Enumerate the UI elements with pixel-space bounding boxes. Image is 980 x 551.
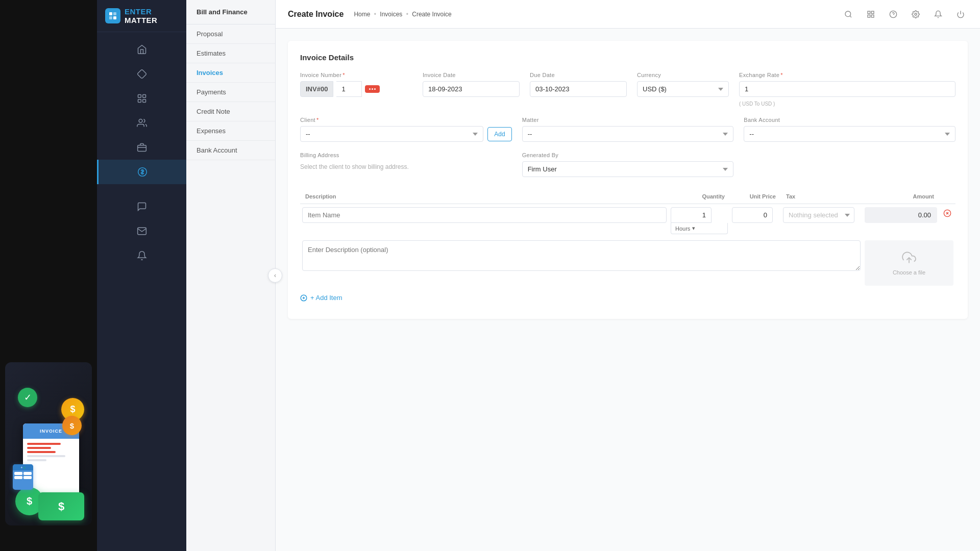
col-tax: Tax <box>781 189 863 204</box>
col-amount: Amount <box>863 189 939 204</box>
breadcrumb-invoices[interactable]: Invoices <box>380 11 402 18</box>
invoice-number-input-group: INV#00 <box>300 81 412 97</box>
sidebar-nav <box>97 32 186 551</box>
col-actions <box>939 189 955 204</box>
topbar: Create Invoice Home • Invoices • Create … <box>276 0 980 29</box>
sidebar-collapse-button[interactable]: ‹ <box>268 268 282 283</box>
svg-rect-0 <box>109 12 112 15</box>
sub-sidebar-item-invoices[interactable]: Invoices <box>186 63 275 83</box>
grid-icon[interactable] <box>864 7 878 21</box>
unit-price-cell <box>730 204 781 238</box>
description-cell <box>300 237 863 289</box>
description-textarea[interactable] <box>302 240 861 271</box>
sub-sidebar-item-payments[interactable]: Payments <box>186 83 275 102</box>
billing-address-hint: Select the client to show billing addres… <box>300 163 512 170</box>
generated-by-label: Generated By <box>522 152 734 158</box>
svg-rect-4 <box>138 95 141 98</box>
bank-account-group: Bank Account -- <box>744 117 955 142</box>
help-icon[interactable] <box>886 7 900 21</box>
remove-cell <box>939 204 955 238</box>
invoice-date-group: Invoice Date <box>423 72 520 97</box>
exchange-rate-group: Exchange Rate* ( USD To USD ) <box>739 72 955 107</box>
breadcrumb-current: Create Invoice <box>412 11 451 18</box>
quantity-wrapper: Hours ▾ <box>671 207 728 234</box>
matter-group: Matter -- <box>522 117 734 142</box>
svg-rect-7 <box>142 99 145 103</box>
settings-icon[interactable] <box>909 7 923 21</box>
svg-rect-9 <box>137 145 146 152</box>
quantity-unit[interactable]: Hours ▾ <box>671 223 728 234</box>
sidebar-item-home[interactable] <box>97 37 186 62</box>
svg-rect-2 <box>109 16 112 19</box>
invoice-prefix: INV#00 <box>300 81 333 97</box>
power-icon[interactable] <box>953 7 968 21</box>
icon-sidebar: ENTER MATTER <box>97 0 186 551</box>
sub-sidebar-item-bankaccount[interactable]: Bank Account <box>186 141 275 160</box>
quantity-cell: Hours ▾ <box>669 204 730 238</box>
svg-rect-16 <box>868 15 870 17</box>
add-item-button[interactable]: + Add Item <box>300 289 342 307</box>
chevron-down-icon: ▾ <box>692 225 695 232</box>
logo-text: ENTER MATTER <box>125 7 178 24</box>
sub-sidebar-item-proposal[interactable]: Proposal <box>186 24 275 44</box>
remove-item-button[interactable] <box>941 207 953 219</box>
client-group: Client* -- Add <box>300 117 512 142</box>
add-client-button[interactable]: Add <box>487 127 511 141</box>
invoice-dots-button[interactable] <box>365 85 380 93</box>
svg-rect-17 <box>871 15 874 17</box>
sub-sidebar-item-estimates[interactable]: Estimates <box>186 44 275 63</box>
client-select[interactable]: -- <box>300 126 483 142</box>
sidebar-item-message[interactable] <box>97 219 186 243</box>
due-date-input[interactable] <box>530 81 627 97</box>
choose-file-label: Choose a file <box>893 269 925 276</box>
bank-account-select[interactable]: -- <box>744 126 955 142</box>
quantity-input[interactable] <box>671 207 712 223</box>
col-quantity: Quantity <box>669 189 730 204</box>
section-title: Invoice Details <box>300 53 955 62</box>
svg-point-8 <box>139 119 142 123</box>
svg-rect-6 <box>138 99 141 103</box>
generated-by-group: Generated By Firm User <box>522 152 734 177</box>
item-name-input[interactable] <box>302 207 667 223</box>
sub-sidebar-item-expenses[interactable]: Expenses <box>186 121 275 141</box>
file-upload-cell: Choose a file <box>863 237 955 289</box>
sidebar-item-briefcase[interactable] <box>97 135 186 160</box>
currency-label: Currency <box>637 72 729 78</box>
currency-select[interactable]: USD ($) EUR (€) GBP (£) <box>637 81 729 97</box>
svg-rect-15 <box>871 11 874 14</box>
svg-line-13 <box>850 16 851 17</box>
billing-address-label: Billing Address <box>300 152 512 158</box>
invoice-date-label: Invoice Date <box>423 72 520 78</box>
unit-price-input[interactable] <box>732 207 773 223</box>
file-upload-area[interactable]: Choose a file <box>865 240 953 286</box>
bank-account-label: Bank Account <box>744 117 955 123</box>
due-date-label: Due Date <box>530 72 627 78</box>
topbar-right <box>841 7 968 21</box>
bell-icon[interactable] <box>931 7 945 21</box>
amount-cell: 0.00 <box>863 204 939 238</box>
sidebar-item-estimates[interactable] <box>97 86 186 111</box>
sidebar-item-people[interactable] <box>97 111 186 135</box>
invoice-number-input[interactable] <box>336 81 362 97</box>
item-name-cell <box>300 204 669 238</box>
sidebar-item-proposal[interactable] <box>97 62 186 86</box>
sidebar-item-chat[interactable] <box>97 194 186 219</box>
sub-sidebar-header: Bill and Finance <box>186 0 275 24</box>
matter-label: Matter <box>522 117 734 123</box>
search-icon[interactable] <box>841 7 855 21</box>
due-date-group: Due Date <box>530 72 627 97</box>
exchange-rate-input[interactable] <box>739 81 955 97</box>
sidebar-item-notifications[interactable] <box>97 243 186 268</box>
svg-point-12 <box>845 11 851 17</box>
sidebar-item-finance[interactable] <box>97 160 186 184</box>
upload-icon <box>902 251 916 266</box>
generated-by-select[interactable]: Firm User <box>522 161 734 177</box>
breadcrumb-home[interactable]: Home <box>354 11 370 18</box>
svg-rect-1 <box>113 12 116 15</box>
sub-sidebar-item-creditnote[interactable]: Credit Note <box>186 102 275 121</box>
amount-display: 0.00 <box>865 207 937 223</box>
invoice-date-input[interactable] <box>423 81 520 97</box>
matter-select[interactable]: -- <box>522 126 734 142</box>
tax-select[interactable]: Nothing selected <box>783 207 854 223</box>
svg-rect-5 <box>142 95 145 98</box>
